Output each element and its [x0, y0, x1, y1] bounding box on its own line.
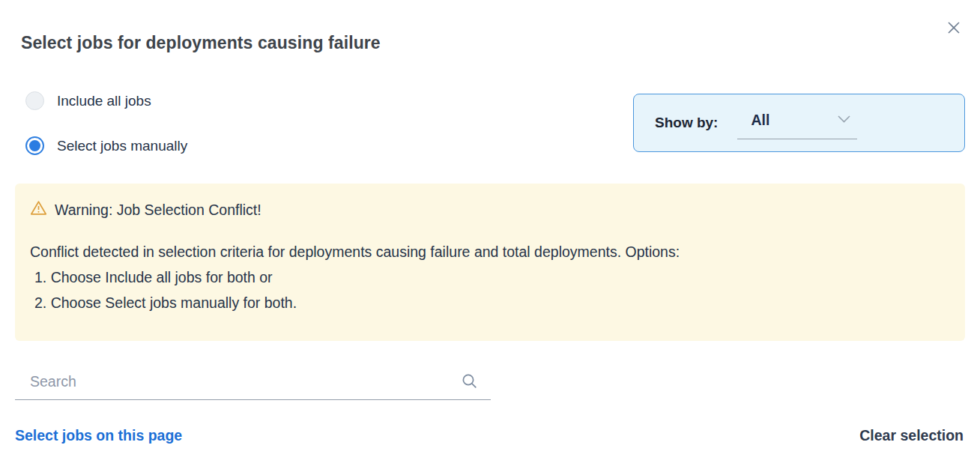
show-by-panel: Show by: All — [633, 94, 965, 152]
warning-banner: Warning: Job Selection Conflict! Conflic… — [15, 184, 965, 341]
radio-label: Include all jobs — [57, 93, 151, 109]
warning-option-1: 1. Choose Include all jobs for both or — [30, 264, 950, 290]
search-field — [15, 364, 491, 400]
show-by-label: Show by: — [655, 115, 718, 131]
close-button[interactable] — [941, 16, 967, 42]
chevron-down-icon — [837, 113, 851, 127]
radio-circle-icon — [25, 136, 44, 155]
warning-heading-row: Warning: Job Selection Conflict! — [30, 200, 950, 220]
radio-label: Select jobs manually — [57, 138, 187, 154]
show-by-selected-value: All — [751, 112, 769, 129]
radio-circle-icon — [25, 91, 44, 110]
warning-option-2: 2. Choose Select jobs manually for both. — [30, 290, 950, 315]
page-title: Select jobs for deployments causing fail… — [21, 33, 381, 53]
warning-triangle-icon — [30, 200, 47, 220]
radio-include-all-jobs[interactable]: Include all jobs — [25, 91, 151, 110]
select-jobs-on-page-link[interactable]: Select jobs on this page — [15, 427, 182, 444]
warning-body-text: Conflict detected in selection criteria … — [30, 239, 950, 264]
search-input[interactable] — [15, 364, 491, 399]
job-selection-modal: Select jobs for deployments causing fail… — [0, 0, 980, 472]
radio-select-jobs-manually[interactable]: Select jobs manually — [25, 136, 187, 155]
warning-heading: Warning: Job Selection Conflict! — [55, 202, 261, 219]
clear-selection-button[interactable]: Clear selection — [859, 427, 964, 444]
show-by-select[interactable]: All — [737, 112, 857, 139]
close-icon — [946, 19, 962, 39]
